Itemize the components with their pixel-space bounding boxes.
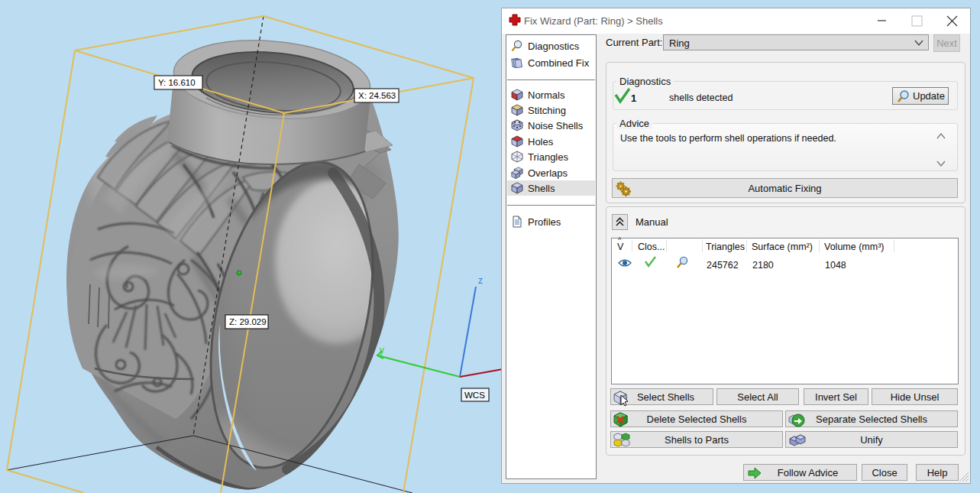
svg-text:X: 24.563: X: 24.563 [358,91,396,100]
svg-text:y: y [380,345,384,355]
svg-text:WCS: WCS [464,391,485,400]
svg-text:z: z [478,275,483,286]
svg-text:Z: 29.029: Z: 29.029 [229,317,267,326]
svg-text:Y: 16.610: Y: 16.610 [158,78,196,87]
